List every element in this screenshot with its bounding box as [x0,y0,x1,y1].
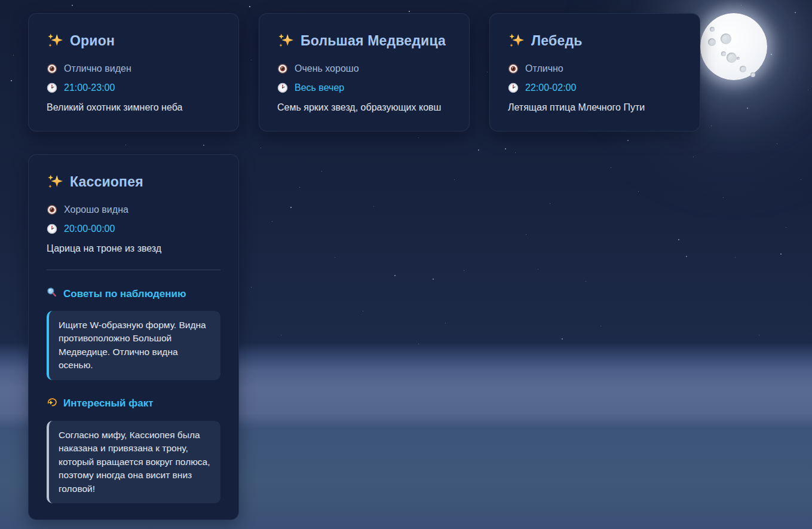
star [686,256,687,257]
section-title-text: Советы по наблюдению [63,288,186,300]
constellation-description: Царица на троне из звезд [47,243,220,254]
eye-icon [277,63,288,74]
star [72,5,73,6]
visibility-row: Отлично [508,63,682,74]
star [693,157,694,157]
constellation-card-orion: Орион Отлично виден 21:00-23:00 Великий … [28,13,239,132]
clock-icon [47,82,57,93]
eye-icon [47,63,57,74]
star [13,55,14,56]
star [335,257,335,258]
constellation-description: Летящая птица Млечного Пути [508,102,682,113]
star [249,6,250,7]
star [638,191,639,192]
moon-crater [721,51,726,56]
visibility-row: Хорошо видна [47,204,220,215]
star [433,279,434,280]
fun-fact-text: Согласно мифу, Кассиопея была наказана и… [59,429,211,496]
card-title: Лебедь [508,33,682,49]
constellation-card-ursa-major: Большая Медведица Очень хорошо Весь вече… [259,13,470,132]
sparkles-icon [47,174,63,190]
observation-tips-box: Ищите W-образную форму. Видна противопол… [47,311,220,380]
card-title: Большая Медведица [277,33,451,49]
star [611,167,611,168]
star [125,145,126,145]
visibility-row: Очень хорошо [277,63,451,74]
star [418,344,419,344]
card-title: Кассиопея [47,174,220,190]
star [321,171,322,172]
star [678,239,679,240]
constellation-name: Лебедь [531,33,583,49]
visibility-row: Отлично виден [47,63,220,74]
star [550,203,550,204]
star [515,152,516,153]
star [11,80,12,81]
star [759,335,759,335]
best-time-row: Весь вечер [277,82,451,93]
star [418,137,419,138]
fun-fact-header: Интересный факт [47,397,220,411]
constellation-cards-row: Орион Отлично виден 21:00-23:00 Великий … [28,13,700,132]
card-title: Орион [47,33,220,49]
best-time-text: 21:00-23:00 [64,82,115,93]
constellation-description: Великий охотник зимнего неба [47,102,220,113]
best-time-row: 21:00-23:00 [47,82,220,93]
star [409,11,410,12]
best-time-row: 20:00-00:00 [47,224,220,234]
clock-icon [508,82,519,93]
star [600,326,601,326]
star [290,207,292,208]
best-time-text: 20:00-00:00 [64,224,115,234]
constellation-card-cassiopeia: Кассиопея Хорошо видна 20:00-00:00 Цариц… [28,154,239,520]
eye-icon [508,63,519,74]
card-divider [47,270,220,270]
star [203,145,204,146]
star [786,227,786,228]
star [741,5,741,5]
star [711,126,712,126]
section-title-text: Интересный факт [63,397,153,409]
star [505,148,506,149]
fun-fact-box: Согласно мифу, Кассиопея была наказана и… [47,421,220,503]
star [526,234,526,235]
moon-crater [740,66,746,72]
star [445,323,446,323]
constellation-name: Орион [70,33,115,49]
moon-crater [710,27,715,32]
visibility-text: Очень хорошо [295,63,359,74]
star [261,148,261,148]
visibility-text: Отлично [525,63,563,74]
star [795,12,796,13]
star [801,179,801,180]
star [562,338,563,340]
constellation-name: Кассиопея [70,174,143,190]
star [281,335,281,335]
star [478,149,479,151]
sparkles-icon [47,33,63,49]
best-time-row: 22:00-02:00 [508,82,682,93]
eye-icon [47,204,57,215]
constellation-name: Большая Медведица [301,33,446,49]
star [627,140,629,141]
star [808,90,808,90]
clock-icon [47,224,57,234]
moon-crater [737,57,740,60]
visibility-text: Хорошо видна [64,204,128,215]
star [586,281,586,282]
moon-crater [708,38,716,46]
star [771,54,772,55]
star [777,143,777,144]
clock-icon [277,82,288,93]
star [454,179,455,180]
star [272,221,272,222]
star [394,275,396,276]
star [780,253,782,255]
visibility-text: Отлично виден [64,63,131,74]
constellation-detail-row: Кассиопея Хорошо видна 20:00-00:00 Цариц… [28,154,239,520]
observation-tips-text: Ищите W-образную форму. Видна противопол… [59,319,211,372]
moon [700,13,767,80]
star [747,108,748,109]
best-time-text: Весь вечер [295,82,344,93]
dizzy-icon [47,397,57,411]
